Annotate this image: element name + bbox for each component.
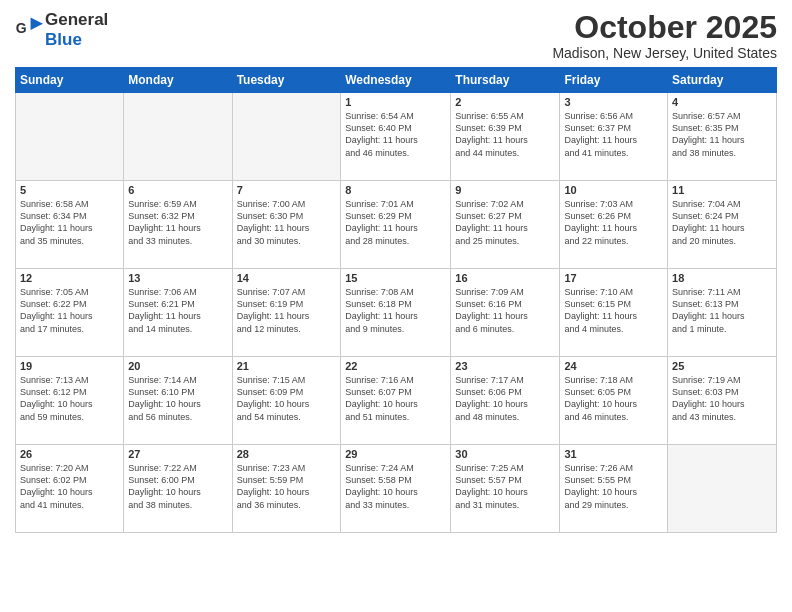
day-header-monday: Monday bbox=[124, 68, 232, 93]
day-number: 14 bbox=[237, 272, 337, 284]
day-number: 23 bbox=[455, 360, 555, 372]
calendar-cell: 15Sunrise: 7:08 AM Sunset: 6:18 PM Dayli… bbox=[341, 269, 451, 357]
calendar-cell: 14Sunrise: 7:07 AM Sunset: 6:19 PM Dayli… bbox=[232, 269, 341, 357]
day-info: Sunrise: 6:59 AM Sunset: 6:32 PM Dayligh… bbox=[128, 198, 227, 247]
day-number: 21 bbox=[237, 360, 337, 372]
day-info: Sunrise: 7:03 AM Sunset: 6:26 PM Dayligh… bbox=[564, 198, 663, 247]
day-info: Sunrise: 7:09 AM Sunset: 6:16 PM Dayligh… bbox=[455, 286, 555, 335]
calendar-cell bbox=[124, 93, 232, 181]
day-number: 4 bbox=[672, 96, 772, 108]
day-number: 19 bbox=[20, 360, 119, 372]
calendar-cell: 18Sunrise: 7:11 AM Sunset: 6:13 PM Dayli… bbox=[668, 269, 777, 357]
day-header-saturday: Saturday bbox=[668, 68, 777, 93]
calendar-cell: 29Sunrise: 7:24 AM Sunset: 5:58 PM Dayli… bbox=[341, 445, 451, 533]
day-info: Sunrise: 7:22 AM Sunset: 6:00 PM Dayligh… bbox=[128, 462, 227, 511]
month-year-title: October 2025 bbox=[552, 10, 777, 45]
title-block: October 2025 Madison, New Jersey, United… bbox=[552, 10, 777, 61]
day-info: Sunrise: 7:17 AM Sunset: 6:06 PM Dayligh… bbox=[455, 374, 555, 423]
day-number: 7 bbox=[237, 184, 337, 196]
day-info: Sunrise: 7:23 AM Sunset: 5:59 PM Dayligh… bbox=[237, 462, 337, 511]
day-info: Sunrise: 7:07 AM Sunset: 6:19 PM Dayligh… bbox=[237, 286, 337, 335]
calendar-cell: 19Sunrise: 7:13 AM Sunset: 6:12 PM Dayli… bbox=[16, 357, 124, 445]
day-header-friday: Friday bbox=[560, 68, 668, 93]
day-number: 1 bbox=[345, 96, 446, 108]
day-number: 10 bbox=[564, 184, 663, 196]
calendar-cell: 8Sunrise: 7:01 AM Sunset: 6:29 PM Daylig… bbox=[341, 181, 451, 269]
day-info: Sunrise: 6:57 AM Sunset: 6:35 PM Dayligh… bbox=[672, 110, 772, 159]
day-info: Sunrise: 7:16 AM Sunset: 6:07 PM Dayligh… bbox=[345, 374, 446, 423]
page-header: G General Blue October 2025 Madison, New… bbox=[15, 10, 777, 61]
day-info: Sunrise: 7:05 AM Sunset: 6:22 PM Dayligh… bbox=[20, 286, 119, 335]
calendar-cell: 1Sunrise: 6:54 AM Sunset: 6:40 PM Daylig… bbox=[341, 93, 451, 181]
day-info: Sunrise: 7:00 AM Sunset: 6:30 PM Dayligh… bbox=[237, 198, 337, 247]
week-row-2: 5Sunrise: 6:58 AM Sunset: 6:34 PM Daylig… bbox=[16, 181, 777, 269]
calendar-table: SundayMondayTuesdayWednesdayThursdayFrid… bbox=[15, 67, 777, 533]
logo: G General Blue bbox=[15, 10, 108, 50]
day-info: Sunrise: 7:11 AM Sunset: 6:13 PM Dayligh… bbox=[672, 286, 772, 335]
calendar-cell: 28Sunrise: 7:23 AM Sunset: 5:59 PM Dayli… bbox=[232, 445, 341, 533]
calendar-cell: 2Sunrise: 6:55 AM Sunset: 6:39 PM Daylig… bbox=[451, 93, 560, 181]
day-number: 24 bbox=[564, 360, 663, 372]
calendar-cell: 12Sunrise: 7:05 AM Sunset: 6:22 PM Dayli… bbox=[16, 269, 124, 357]
day-number: 6 bbox=[128, 184, 227, 196]
calendar-cell: 17Sunrise: 7:10 AM Sunset: 6:15 PM Dayli… bbox=[560, 269, 668, 357]
calendar-cell: 26Sunrise: 7:20 AM Sunset: 6:02 PM Dayli… bbox=[16, 445, 124, 533]
day-info: Sunrise: 7:15 AM Sunset: 6:09 PM Dayligh… bbox=[237, 374, 337, 423]
day-headers-row: SundayMondayTuesdayWednesdayThursdayFrid… bbox=[16, 68, 777, 93]
calendar-cell: 22Sunrise: 7:16 AM Sunset: 6:07 PM Dayli… bbox=[341, 357, 451, 445]
calendar-cell bbox=[16, 93, 124, 181]
calendar-cell: 13Sunrise: 7:06 AM Sunset: 6:21 PM Dayli… bbox=[124, 269, 232, 357]
day-number: 11 bbox=[672, 184, 772, 196]
day-number: 17 bbox=[564, 272, 663, 284]
calendar-cell: 20Sunrise: 7:14 AM Sunset: 6:10 PM Dayli… bbox=[124, 357, 232, 445]
calendar-cell: 3Sunrise: 6:56 AM Sunset: 6:37 PM Daylig… bbox=[560, 93, 668, 181]
day-number: 12 bbox=[20, 272, 119, 284]
logo-blue: Blue bbox=[45, 30, 82, 49]
day-info: Sunrise: 7:26 AM Sunset: 5:55 PM Dayligh… bbox=[564, 462, 663, 511]
calendar-cell: 5Sunrise: 6:58 AM Sunset: 6:34 PM Daylig… bbox=[16, 181, 124, 269]
calendar-cell: 11Sunrise: 7:04 AM Sunset: 6:24 PM Dayli… bbox=[668, 181, 777, 269]
calendar-cell: 25Sunrise: 7:19 AM Sunset: 6:03 PM Dayli… bbox=[668, 357, 777, 445]
day-number: 30 bbox=[455, 448, 555, 460]
day-number: 15 bbox=[345, 272, 446, 284]
day-info: Sunrise: 7:08 AM Sunset: 6:18 PM Dayligh… bbox=[345, 286, 446, 335]
day-number: 20 bbox=[128, 360, 227, 372]
calendar-cell bbox=[232, 93, 341, 181]
day-number: 3 bbox=[564, 96, 663, 108]
calendar-cell: 31Sunrise: 7:26 AM Sunset: 5:55 PM Dayli… bbox=[560, 445, 668, 533]
day-header-thursday: Thursday bbox=[451, 68, 560, 93]
day-info: Sunrise: 6:58 AM Sunset: 6:34 PM Dayligh… bbox=[20, 198, 119, 247]
day-number: 28 bbox=[237, 448, 337, 460]
calendar-cell: 23Sunrise: 7:17 AM Sunset: 6:06 PM Dayli… bbox=[451, 357, 560, 445]
calendar-cell: 6Sunrise: 6:59 AM Sunset: 6:32 PM Daylig… bbox=[124, 181, 232, 269]
day-info: Sunrise: 7:20 AM Sunset: 6:02 PM Dayligh… bbox=[20, 462, 119, 511]
svg-text:G: G bbox=[16, 20, 27, 36]
day-info: Sunrise: 7:18 AM Sunset: 6:05 PM Dayligh… bbox=[564, 374, 663, 423]
day-number: 22 bbox=[345, 360, 446, 372]
calendar-cell: 9Sunrise: 7:02 AM Sunset: 6:27 PM Daylig… bbox=[451, 181, 560, 269]
day-info: Sunrise: 6:54 AM Sunset: 6:40 PM Dayligh… bbox=[345, 110, 446, 159]
logo-general: General bbox=[45, 10, 108, 29]
day-header-tuesday: Tuesday bbox=[232, 68, 341, 93]
calendar-cell: 30Sunrise: 7:25 AM Sunset: 5:57 PM Dayli… bbox=[451, 445, 560, 533]
day-info: Sunrise: 7:13 AM Sunset: 6:12 PM Dayligh… bbox=[20, 374, 119, 423]
calendar-cell: 24Sunrise: 7:18 AM Sunset: 6:05 PM Dayli… bbox=[560, 357, 668, 445]
day-header-wednesday: Wednesday bbox=[341, 68, 451, 93]
day-number: 16 bbox=[455, 272, 555, 284]
day-info: Sunrise: 7:24 AM Sunset: 5:58 PM Dayligh… bbox=[345, 462, 446, 511]
day-number: 5 bbox=[20, 184, 119, 196]
day-number: 29 bbox=[345, 448, 446, 460]
day-number: 18 bbox=[672, 272, 772, 284]
day-info: Sunrise: 7:19 AM Sunset: 6:03 PM Dayligh… bbox=[672, 374, 772, 423]
calendar-cell: 16Sunrise: 7:09 AM Sunset: 6:16 PM Dayli… bbox=[451, 269, 560, 357]
week-row-1: 1Sunrise: 6:54 AM Sunset: 6:40 PM Daylig… bbox=[16, 93, 777, 181]
day-number: 31 bbox=[564, 448, 663, 460]
calendar-cell: 21Sunrise: 7:15 AM Sunset: 6:09 PM Dayli… bbox=[232, 357, 341, 445]
day-number: 26 bbox=[20, 448, 119, 460]
calendar-cell: 4Sunrise: 6:57 AM Sunset: 6:35 PM Daylig… bbox=[668, 93, 777, 181]
week-row-3: 12Sunrise: 7:05 AM Sunset: 6:22 PM Dayli… bbox=[16, 269, 777, 357]
day-number: 8 bbox=[345, 184, 446, 196]
day-number: 25 bbox=[672, 360, 772, 372]
calendar-page: G General Blue October 2025 Madison, New… bbox=[0, 0, 792, 612]
day-info: Sunrise: 7:25 AM Sunset: 5:57 PM Dayligh… bbox=[455, 462, 555, 511]
